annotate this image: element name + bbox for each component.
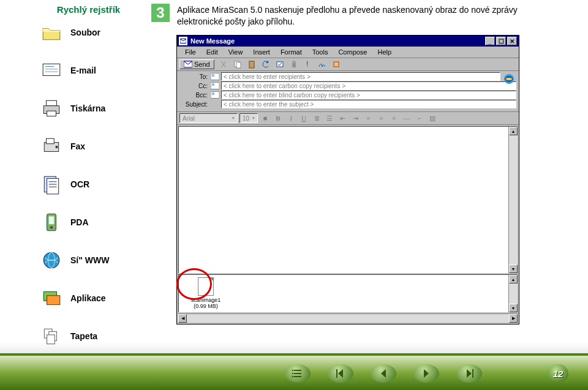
attachment-file-icon <box>198 277 214 296</box>
svg-rect-16 <box>49 216 55 224</box>
message-headers: To: < click here to enter recipients > C… <box>177 71 519 112</box>
menu-view[interactable]: View <box>224 48 247 56</box>
window-close-button[interactable]: ✕ <box>507 37 517 45</box>
attachment-name: scanimage1 <box>187 297 224 303</box>
window-titlebar: New Message _ ☐ ✕ <box>177 36 519 47</box>
undo-icon[interactable] <box>261 59 271 69</box>
italic-button[interactable]: I <box>285 113 296 123</box>
align-left-icon[interactable]: ≡ <box>363 113 374 123</box>
cc-input[interactable]: < click here to enter carbon copy recipi… <box>221 81 516 90</box>
instruction-block: 3 Aplikace MiraScan 5.0 naskenuje předlo… <box>151 4 543 32</box>
nav-first-button[interactable] <box>328 364 353 383</box>
sidebar-item-www[interactable]: Sí" WWW <box>41 250 148 271</box>
font-size-value: 10 <box>243 115 249 122</box>
sidebar-item-soubor[interactable]: Soubor <box>41 22 148 43</box>
to-label: To: <box>179 73 209 80</box>
sidebar-item-pda[interactable]: PDA <box>41 212 148 233</box>
copy-icon[interactable] <box>233 59 243 69</box>
font-family-select[interactable]: Arial▾ <box>179 113 238 123</box>
font-family-value: Arial <box>183 115 195 122</box>
svg-rect-4 <box>47 100 57 106</box>
sidebar-item-ocr[interactable]: OCR <box>41 174 148 195</box>
menu-help[interactable]: Help <box>373 48 396 56</box>
font-color-icon[interactable]: ■ <box>260 113 271 123</box>
to-input[interactable]: < click here to enter recipients > <box>221 72 500 81</box>
window-minimize-button[interactable]: _ <box>485 37 495 45</box>
link-icon[interactable]: ⌐ <box>414 113 425 123</box>
quick-index-sidebar: Rychlý rejstřík Soubor E-mail Tiskárna <box>41 4 148 364</box>
pda-icon <box>41 212 62 233</box>
svg-point-34 <box>506 78 512 80</box>
bcc-input[interactable]: < click here to enter blind carbon copy … <box>221 91 516 99</box>
step-number-badge: 3 <box>151 4 170 22</box>
check-names-icon[interactable] <box>275 59 285 69</box>
image-icon[interactable]: ▨ <box>427 113 438 123</box>
menu-compose[interactable]: Compose <box>334 48 371 56</box>
align-center-icon[interactable]: ≡ <box>375 113 386 123</box>
nav-prev-button[interactable] <box>371 364 396 383</box>
page-number-badge: 12 <box>548 364 568 383</box>
scroll-right-icon[interactable]: ▶ <box>509 314 518 323</box>
indent-icon[interactable]: ⇥ <box>350 113 361 123</box>
attach-vertical-scrollbar[interactable]: ▲ ▼ <box>508 275 518 312</box>
sidebar-item-label: OCR <box>70 179 89 189</box>
attachment-item[interactable]: scanimage1 (0.99 MB) <box>187 277 224 310</box>
scroll-up-icon[interactable]: ▲ <box>509 275 518 283</box>
align-right-icon[interactable]: ≡ <box>388 113 399 123</box>
stamp-icon[interactable] <box>331 59 341 69</box>
bold-button[interactable]: B <box>273 113 284 123</box>
outdent-icon[interactable]: ⇤ <box>337 113 348 123</box>
underline-button[interactable]: U <box>298 113 309 123</box>
menu-edit[interactable]: Edit <box>202 48 222 56</box>
bcc-label: Bcc: <box>179 92 209 99</box>
scroll-down-icon[interactable]: ▼ <box>509 264 518 273</box>
new-message-window: New Message _ ☐ ✕ File Edit View Insert … <box>176 35 519 324</box>
recipient-card-icon[interactable] <box>211 91 219 99</box>
attach-icon[interactable] <box>289 59 299 69</box>
nav-toc-button[interactable] <box>285 364 311 383</box>
sidebar-item-label: Sí" WWW <box>70 255 109 265</box>
svg-rect-40 <box>212 92 214 95</box>
hr-icon[interactable]: — <box>401 113 412 123</box>
nav-last-button[interactable] <box>456 364 482 383</box>
menu-bar: File Edit View Insert Format Tools Compo… <box>177 47 519 58</box>
recipient-card-icon[interactable] <box>211 73 219 80</box>
window-maximize-button[interactable]: ☐ <box>496 37 506 45</box>
cut-icon[interactable] <box>219 59 228 69</box>
sidebar-item-fax[interactable]: Fax <box>41 136 148 157</box>
svg-rect-29 <box>249 61 254 68</box>
svg-rect-47 <box>336 369 337 378</box>
ie-logo-icon <box>503 73 515 85</box>
attach-horizontal-scrollbar[interactable]: ◀ ▶ <box>178 313 518 323</box>
svg-rect-36 <box>212 74 214 77</box>
subject-input[interactable]: < click here to enter the subject > <box>221 100 516 108</box>
priority-icon[interactable]: ! <box>303 59 313 69</box>
message-body[interactable]: ▲ ▼ <box>178 126 518 273</box>
body-vertical-scrollbar[interactable]: ▲ ▼ <box>508 127 518 273</box>
svg-rect-21 <box>47 296 60 305</box>
bullets-icon[interactable]: ≣ <box>311 113 322 123</box>
subject-label: Subject: <box>179 101 209 108</box>
nav-next-button[interactable] <box>413 364 439 383</box>
svg-rect-32 <box>334 62 339 67</box>
sidebar-item-aplikace[interactable]: Aplikace <box>41 288 148 309</box>
page-footer: 12 <box>0 353 588 390</box>
sidebar-item-tiskarna[interactable]: Tiskárna <box>41 98 148 119</box>
font-size-select[interactable]: 10▾ <box>239 113 258 123</box>
menu-format[interactable]: Format <box>276 48 306 56</box>
numbering-icon[interactable]: ☰ <box>324 113 335 123</box>
menu-insert[interactable]: Insert <box>249 48 274 56</box>
recipient-card-icon[interactable] <box>211 82 219 89</box>
paste-icon[interactable] <box>247 59 257 69</box>
menu-file[interactable]: File <box>181 48 200 56</box>
svg-rect-8 <box>47 138 55 144</box>
printer-icon <box>41 98 62 119</box>
menu-tools[interactable]: Tools <box>308 48 333 56</box>
scroll-down-icon[interactable]: ▼ <box>509 304 518 312</box>
scroll-left-icon[interactable]: ◀ <box>178 314 187 323</box>
send-button[interactable]: Send <box>179 59 214 69</box>
signature-icon[interactable] <box>317 59 327 69</box>
sidebar-item-label: Aplikace <box>70 293 106 303</box>
sidebar-item-email[interactable]: E-mail <box>41 60 148 81</box>
scroll-up-icon[interactable]: ▲ <box>509 127 518 135</box>
